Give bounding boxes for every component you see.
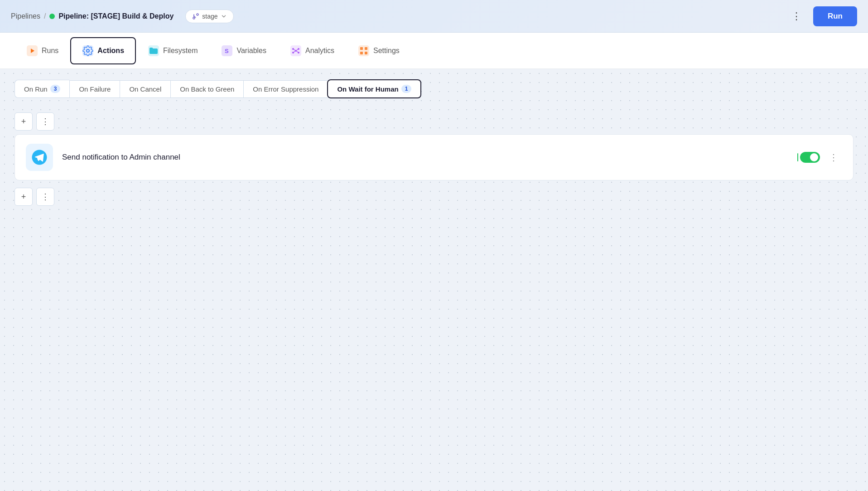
filter-on-error-suppression[interactable]: On Error Suppression (243, 80, 328, 98)
tab-settings-label: Settings (373, 47, 400, 55)
tab-analytics-label: Analytics (305, 47, 334, 55)
filesystem-icon (148, 45, 159, 57)
filter-on-failure[interactable]: On Failure (69, 80, 120, 98)
breadcrumb-pipelines[interactable]: Pipelines (11, 12, 40, 20)
filter-on-run-badge: 3 (50, 85, 61, 93)
branch-selector[interactable]: stage (185, 10, 233, 23)
add-action-button-top[interactable]: + (14, 112, 33, 131)
filter-on-run-label: On Run (24, 85, 48, 93)
svg-text:S: S (225, 48, 229, 54)
svg-rect-5 (82, 45, 93, 56)
plus-icon-bottom: + (21, 192, 26, 202)
more-dots-icon-bottom: ⋮ (41, 192, 49, 202)
filter-on-wait-for-human-label: On Wait for Human (337, 85, 398, 93)
pipeline-title: Pipeline: [STAGE] Build & Deploy (49, 12, 174, 20)
action-more-dots-icon: ⋮ (829, 152, 839, 162)
filter-on-back-to-green[interactable]: On Back to Green (170, 80, 243, 98)
svg-point-13 (298, 48, 299, 50)
actions-content: + ⋮ (14, 109, 854, 213)
tab-runs[interactable]: Runs (14, 37, 70, 64)
svg-point-12 (292, 48, 294, 50)
git-branch-icon (192, 13, 199, 20)
filter-on-wait-for-human-badge: 1 (401, 85, 412, 93)
chevron-down-icon (221, 13, 227, 19)
filter-bar: On Run 3 On Failure On Cancel On Back to… (14, 80, 854, 98)
svg-rect-24 (365, 52, 367, 54)
more-actions-button-bottom[interactable]: ⋮ (36, 188, 54, 206)
branch-label: stage (202, 13, 217, 20)
top-bar: Pipelines / Pipeline: [STAGE] Build & De… (0, 0, 868, 33)
run-button[interactable]: Run (813, 6, 857, 26)
tab-variables[interactable]: S Variables (209, 37, 278, 64)
add-action-button-bottom[interactable]: + (14, 188, 33, 206)
tab-settings[interactable]: Settings (346, 37, 411, 64)
action-more-button[interactable]: ⋮ (825, 150, 842, 165)
runs-icon (26, 45, 38, 57)
svg-rect-21 (360, 47, 363, 50)
actions-icon (82, 45, 94, 57)
svg-rect-20 (358, 45, 369, 56)
svg-point-11 (295, 50, 297, 52)
toggle-container (797, 152, 820, 163)
settings-icon (358, 45, 370, 57)
svg-rect-22 (365, 47, 367, 50)
breadcrumb: Pipelines / Pipeline: [STAGE] Build & De… (11, 12, 174, 20)
svg-point-14 (292, 52, 294, 53)
telegram-icon (31, 149, 48, 165)
filter-on-run[interactable]: On Run 3 (14, 80, 69, 98)
tab-filesystem[interactable]: Filesystem (136, 37, 209, 64)
tab-variables-label: Variables (236, 47, 266, 55)
add-row-top: + ⋮ (14, 112, 854, 131)
breadcrumb-separator: / (44, 12, 46, 20)
tab-runs-label: Runs (42, 47, 58, 55)
tab-actions[interactable]: Actions (70, 37, 136, 64)
svg-point-15 (298, 52, 299, 53)
plus-icon-top: + (21, 117, 26, 126)
filter-on-wait-for-human[interactable]: On Wait for Human 1 (327, 79, 421, 98)
action-controls: ⋮ (797, 150, 842, 165)
toggle-switch[interactable] (800, 152, 820, 163)
page-body: On Run 3 On Failure On Cancel On Back to… (0, 69, 868, 491)
more-actions-button-top[interactable]: ⋮ (36, 112, 54, 131)
top-bar-right: ⋮ Run (788, 6, 857, 26)
more-dots-icon-top: ⋮ (41, 117, 49, 126)
svg-rect-23 (360, 52, 363, 54)
main-content: Runs Actions Filesystem (0, 33, 868, 491)
action-card: Send notification to Admin channel ⋮ (14, 134, 854, 180)
tab-filesystem-label: Filesystem (163, 47, 198, 55)
add-row-bottom: + ⋮ (14, 188, 854, 206)
tab-analytics[interactable]: Analytics (278, 37, 346, 64)
filter-on-cancel[interactable]: On Cancel (120, 80, 170, 98)
action-title: Send notification to Admin channel (62, 153, 788, 162)
tab-navigation: Runs Actions Filesystem (0, 33, 868, 69)
variables-icon: S (221, 45, 233, 57)
svg-point-1 (197, 14, 198, 15)
analytics-icon (290, 45, 302, 57)
more-options-button[interactable]: ⋮ (788, 7, 806, 26)
toggle-line-indicator (797, 153, 798, 161)
status-dot (49, 14, 55, 19)
filter-on-error-suppression-label: On Error Suppression (253, 85, 318, 93)
filter-on-failure-label: On Failure (79, 85, 111, 93)
tab-actions-label: Actions (97, 47, 124, 55)
action-icon-wrap (26, 144, 53, 171)
top-bar-left: Pipelines / Pipeline: [STAGE] Build & De… (11, 10, 234, 23)
filter-on-back-to-green-label: On Back to Green (180, 85, 234, 93)
filter-on-cancel-label: On Cancel (129, 85, 161, 93)
